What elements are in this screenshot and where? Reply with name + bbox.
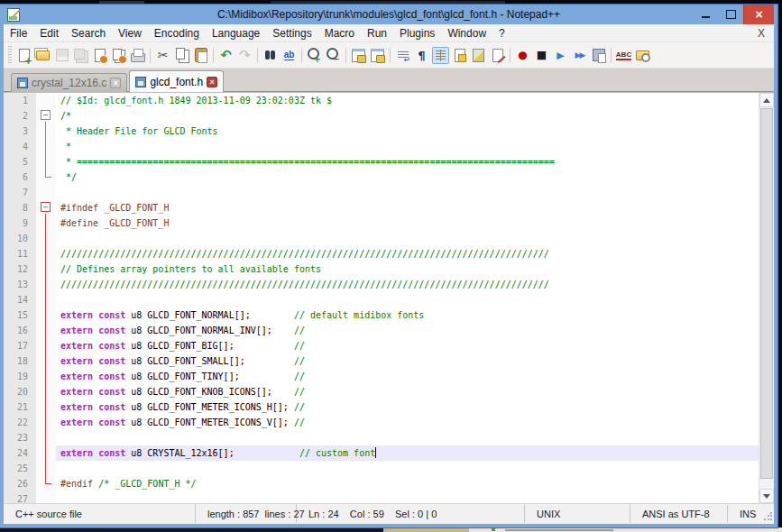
open-file-button[interactable]: [34, 47, 51, 64]
save-macro-button[interactable]: [590, 47, 607, 64]
replace-button[interactable]: [281, 47, 298, 64]
code-line[interactable]: 17extern const u8 GLCD_FONT_BIG[]; //: [4, 338, 759, 353]
menu-item-view[interactable]: View: [112, 24, 148, 41]
spell-check-button[interactable]: [615, 47, 632, 64]
document-map-button[interactable]: [470, 47, 487, 64]
show-indent-guide-button[interactable]: [432, 47, 449, 64]
fold-toggle-icon[interactable]: [41, 110, 51, 120]
tab-close-icon[interactable]: ×: [110, 78, 121, 88]
copy-button[interactable]: [173, 47, 190, 64]
menu-item-file[interactable]: File: [4, 24, 33, 41]
minimize-button[interactable]: [693, 5, 718, 24]
find-button[interactable]: [262, 47, 279, 64]
code-line[interactable]: 20extern const u8 GLCD_FONT_KNOB_ICONS[]…: [4, 384, 759, 399]
tab-crystal-12x16-c[interactable]: crystal_12x16.c×: [11, 73, 127, 92]
code-line[interactable]: 19extern const u8 GLCD_FONT_TINY[]; //: [4, 369, 759, 384]
toolbar-grip[interactable]: [8, 46, 12, 64]
maximize-button[interactable]: [718, 5, 743, 24]
scroll-up-icon[interactable]: [759, 93, 774, 107]
status-eol-format[interactable]: UNIX: [525, 504, 630, 523]
menu-item-language[interactable]: Language: [206, 24, 266, 41]
save-all-button[interactable]: [72, 47, 89, 64]
print-button[interactable]: [129, 47, 146, 64]
vertical-scrollbar[interactable]: [759, 93, 774, 503]
code-line[interactable]: 21extern const u8 GLCD_FONT_METER_ICONS_…: [4, 399, 759, 415]
menu-item-settings[interactable]: Settings: [266, 24, 317, 41]
code-line[interactable]: 22extern const u8 GLCD_FONT_METER_ICONS_…: [4, 415, 759, 430]
close-file-button[interactable]: [91, 47, 108, 64]
document-monitor-button[interactable]: [489, 47, 506, 64]
cut-button[interactable]: [154, 47, 171, 64]
scroll-down-icon[interactable]: [759, 489, 774, 503]
new-file-button[interactable]: [15, 47, 32, 64]
scrollbar-thumb[interactable]: [760, 108, 773, 479]
toolbar-separator: [301, 48, 302, 63]
sync-vertical-scroll-button[interactable]: [350, 47, 367, 64]
code-line[interactable]: 11//////////////////////////////////////…: [4, 246, 759, 261]
code-line[interactable]: 25: [4, 461, 759, 476]
run-macro-multiple-button[interactable]: [571, 47, 588, 64]
code-line[interactable]: 6 */: [4, 170, 759, 185]
code-line[interactable]: 15extern const u8 GLCD_FONT_NORMAL[]; //…: [4, 307, 759, 323]
code-line[interactable]: 23: [4, 430, 759, 445]
paste-button[interactable]: [192, 47, 209, 64]
menu-item-search[interactable]: Search: [65, 24, 112, 41]
redo-button[interactable]: [236, 47, 253, 64]
plugin-folder-button[interactable]: [634, 47, 651, 64]
menu-item-plugins[interactable]: Plugins: [393, 24, 441, 41]
menu-item-window[interactable]: Window: [441, 24, 492, 41]
status-cursor-position[interactable]: Ln : 24 Col : 59 Sel : 0 | 0: [297, 504, 525, 523]
stop-macro-button[interactable]: [533, 47, 550, 64]
zoom-out-button[interactable]: [325, 47, 342, 64]
code-editor[interactable]: 1// $Id: glcd_font.h 1849 2013-11-09 23:…: [4, 92, 774, 503]
show-all-characters-button[interactable]: [413, 47, 430, 64]
code-text: ////////////////////////////////////////…: [56, 277, 759, 292]
menu-item-encoding[interactable]: Encoding: [148, 24, 206, 41]
code-line[interactable]: 7: [4, 185, 759, 200]
sync-horizontal-scroll-button[interactable]: [369, 47, 386, 64]
code-line[interactable]: 26#endif /* _GLCD_FONT_H */: [4, 476, 759, 491]
fold-margin: [36, 261, 56, 277]
menu-item-edit[interactable]: Edit: [33, 24, 65, 41]
title-bar[interactable]: C:\Midibox\Repository\trunk\modules\glcd…: [4, 5, 774, 24]
code-line[interactable]: 14: [4, 292, 759, 307]
tab-close-icon[interactable]: ×: [207, 77, 217, 87]
code-line[interactable]: 1// $Id: glcd_font.h 1849 2013-11-09 23:…: [4, 93, 759, 108]
status-length-lines[interactable]: length : 857 lines : 27: [196, 504, 297, 523]
code-line[interactable]: 12// Defines array pointers to all avail…: [4, 261, 759, 277]
code-line[interactable]: 2/*: [4, 108, 759, 124]
close-document-x[interactable]: X: [749, 27, 774, 40]
menu-item-run[interactable]: Run: [361, 24, 393, 41]
word-wrap-button[interactable]: [394, 47, 411, 64]
tab-glcd-font-h[interactable]: glcd_font.h×: [129, 70, 224, 92]
code-line[interactable]: 8#ifndef _GLCD_FONT_H: [4, 200, 759, 216]
code-line[interactable]: 16extern const u8 GLCD_FONT_NORMAL_INV[]…: [4, 323, 759, 338]
status-doc-type[interactable]: C++ source file: [4, 504, 196, 523]
code-line[interactable]: 3 * Header File for GLCD Fonts: [4, 124, 759, 139]
code-line[interactable]: 10: [4, 231, 759, 246]
code-area[interactable]: 1// $Id: glcd_font.h 1849 2013-11-09 23:…: [4, 93, 759, 503]
fold-margin: [36, 124, 56, 139]
code-line[interactable]: 4 *: [4, 139, 759, 154]
code-line[interactable]: 5 * ====================================…: [4, 154, 759, 170]
code-line[interactable]: 9#define _GLCD_FONT_H: [4, 216, 759, 231]
fold-margin: [36, 93, 56, 108]
close-button[interactable]: [743, 5, 774, 24]
code-line[interactable]: 18extern const u8 GLCD_FONT_SMALL[]; //: [4, 353, 759, 369]
record-macro-button[interactable]: [514, 47, 531, 64]
function-list-button[interactable]: [451, 47, 468, 64]
code-text: extern const u8 GLCD_FONT_TINY[]; //: [56, 369, 759, 384]
resize-grip[interactable]: [763, 512, 772, 521]
close-all-button[interactable]: [110, 47, 127, 64]
menu-item-help[interactable]: ?: [492, 24, 511, 41]
undo-button[interactable]: [217, 47, 235, 64]
code-line[interactable]: 27: [4, 491, 759, 503]
status-encoding[interactable]: ANSI as UTF-8: [630, 504, 728, 523]
zoom-in-button[interactable]: [306, 47, 323, 64]
code-line[interactable]: 24extern const u8 CRYSTAL_12x16[]; // cu…: [4, 445, 759, 461]
fold-toggle-icon[interactable]: [41, 202, 51, 212]
menu-item-macro[interactable]: Macro: [318, 24, 361, 41]
playback-macro-button[interactable]: [552, 47, 569, 64]
code-line[interactable]: 13//////////////////////////////////////…: [4, 277, 759, 292]
save-file-button[interactable]: [53, 47, 70, 64]
